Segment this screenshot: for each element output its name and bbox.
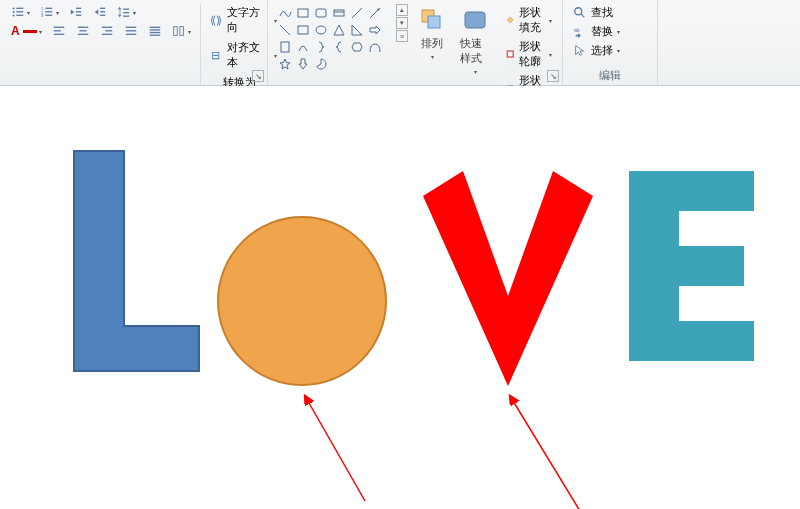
select-label: 选择 bbox=[591, 43, 613, 58]
shape-curve[interactable] bbox=[368, 40, 382, 54]
svg-rect-34 bbox=[149, 27, 160, 28]
svg-rect-52 bbox=[465, 12, 485, 28]
font-color-button[interactable]: A▾ bbox=[8, 23, 45, 39]
align-left-icon bbox=[52, 24, 66, 38]
shape-connector[interactable] bbox=[368, 6, 382, 20]
align-right-button[interactable] bbox=[97, 23, 117, 39]
shape-arrow-right[interactable] bbox=[368, 23, 382, 37]
align-right-icon bbox=[100, 24, 114, 38]
columns-icon bbox=[172, 24, 186, 38]
svg-text:3: 3 bbox=[41, 13, 44, 18]
svg-rect-40 bbox=[298, 9, 308, 17]
align-center-button[interactable] bbox=[73, 23, 93, 39]
align-justify-button[interactable] bbox=[121, 23, 141, 39]
shape-rect2[interactable] bbox=[296, 23, 310, 37]
distributed-button[interactable] bbox=[145, 23, 165, 39]
paragraph-dialog-launcher[interactable]: ↘ bbox=[252, 70, 264, 82]
svg-rect-49 bbox=[281, 42, 289, 52]
svg-rect-47 bbox=[298, 26, 308, 34]
shape-rounded-rect[interactable] bbox=[314, 6, 328, 20]
align-left-button[interactable] bbox=[49, 23, 69, 39]
shape-arc[interactable] bbox=[296, 40, 310, 54]
slide-canvas[interactable] bbox=[0, 86, 800, 509]
shape-right-brace[interactable] bbox=[314, 40, 328, 54]
svg-rect-38 bbox=[173, 27, 177, 36]
increase-indent-button[interactable] bbox=[90, 4, 110, 20]
line-spacing-button[interactable]: ▾ bbox=[114, 4, 139, 20]
svg-rect-16 bbox=[100, 11, 105, 12]
svg-rect-36 bbox=[149, 32, 160, 33]
shape-diag-line[interactable] bbox=[278, 23, 292, 37]
align-text-label: 对齐文本 bbox=[227, 40, 271, 70]
svg-point-4 bbox=[13, 14, 15, 16]
quick-styles-label: 快速样式 bbox=[460, 36, 490, 66]
shape-star[interactable] bbox=[278, 57, 292, 71]
svg-rect-24 bbox=[53, 34, 64, 35]
gallery-up-button[interactable]: ▴ bbox=[396, 4, 408, 16]
svg-rect-13 bbox=[76, 11, 81, 12]
increase-indent-icon bbox=[93, 5, 107, 19]
replace-icon: ab bbox=[573, 25, 587, 39]
svg-rect-14 bbox=[76, 15, 81, 16]
numbering-button[interactable]: 123▾ bbox=[37, 4, 62, 20]
align-text-icon: ⊟ bbox=[209, 48, 223, 62]
drawing-dialog-launcher[interactable]: ↘ bbox=[547, 70, 559, 82]
shape-rect3[interactable] bbox=[278, 40, 292, 54]
align-center-icon bbox=[76, 24, 90, 38]
shape-flowchart[interactable] bbox=[332, 6, 346, 20]
decrease-indent-button[interactable] bbox=[66, 4, 86, 20]
svg-rect-12 bbox=[76, 8, 81, 9]
gallery-more-button[interactable]: ≡ bbox=[396, 30, 408, 42]
svg-text:ab: ab bbox=[574, 27, 580, 33]
editing-group-label: 编辑 bbox=[571, 66, 649, 83]
shape-letter-v[interactable] bbox=[418, 166, 598, 391]
svg-rect-11 bbox=[45, 15, 52, 16]
svg-rect-39 bbox=[180, 27, 184, 36]
shape-line[interactable] bbox=[350, 6, 364, 20]
gallery-down-button[interactable]: ▾ bbox=[396, 17, 408, 29]
align-justify-icon bbox=[124, 24, 138, 38]
shape-pie[interactable] bbox=[314, 57, 328, 71]
shape-oval[interactable] bbox=[314, 23, 328, 37]
columns-button[interactable]: ▾ bbox=[169, 23, 194, 39]
svg-rect-27 bbox=[77, 34, 88, 35]
shape-outline-icon bbox=[506, 47, 514, 61]
shape-arrow-down[interactable] bbox=[296, 57, 310, 71]
bullets-button[interactable]: ▾ bbox=[8, 4, 33, 20]
decrease-indent-icon bbox=[69, 5, 83, 19]
shape-rect[interactable] bbox=[296, 6, 310, 20]
shape-left-brace[interactable] bbox=[332, 40, 346, 54]
shape-hexagon[interactable] bbox=[350, 40, 364, 54]
select-icon bbox=[573, 44, 587, 58]
svg-rect-22 bbox=[53, 27, 64, 28]
svg-point-48 bbox=[316, 26, 326, 34]
shape-letter-e[interactable] bbox=[624, 166, 759, 366]
find-button[interactable]: 查找 bbox=[571, 4, 622, 21]
svg-rect-19 bbox=[123, 9, 129, 10]
svg-point-56 bbox=[575, 7, 582, 14]
shape-right-triangle[interactable] bbox=[350, 23, 364, 37]
svg-rect-32 bbox=[125, 30, 136, 31]
text-direction-icon: ⟪⟫ bbox=[209, 13, 223, 27]
svg-line-57 bbox=[581, 13, 585, 17]
svg-rect-53 bbox=[507, 51, 513, 57]
replace-button[interactable]: ab 替换▾ bbox=[571, 23, 622, 40]
svg-rect-33 bbox=[125, 34, 136, 35]
svg-rect-26 bbox=[79, 30, 86, 31]
select-button[interactable]: 选择▾ bbox=[571, 42, 622, 59]
annotation-arrow-right bbox=[500, 386, 590, 509]
shape-freeform[interactable] bbox=[278, 6, 292, 20]
shape-letter-l[interactable] bbox=[69, 146, 204, 376]
shape-triangle[interactable] bbox=[332, 23, 346, 37]
shape-letter-o[interactable] bbox=[215, 214, 390, 389]
svg-rect-31 bbox=[125, 27, 136, 28]
numbering-icon: 123 bbox=[40, 5, 54, 19]
svg-rect-17 bbox=[100, 15, 105, 16]
shape-outline-button[interactable]: 形状轮廓▾ bbox=[504, 38, 554, 70]
svg-point-0 bbox=[13, 7, 15, 9]
group-drawing: ▴ ▾ ≡ 排列▾ 快速样式▾ 形状填充▾ 形状轮廓 bbox=[268, 0, 563, 85]
svg-rect-42 bbox=[334, 10, 344, 16]
shape-fill-button[interactable]: 形状填充▾ bbox=[504, 4, 554, 36]
svg-rect-15 bbox=[100, 8, 105, 9]
bullets-icon bbox=[11, 5, 25, 19]
